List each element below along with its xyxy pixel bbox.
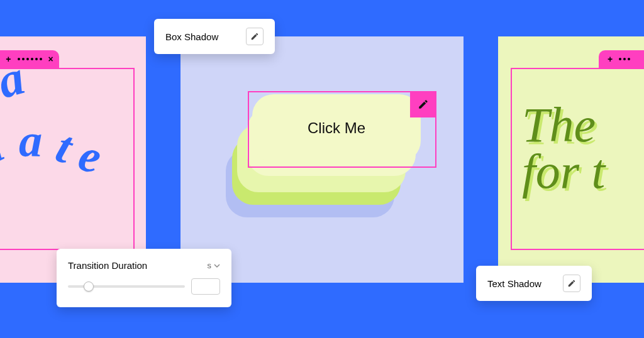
plus-icon[interactable]: + (6, 54, 11, 64)
tile-right: + The for t (498, 36, 644, 283)
tab-bar-left: + × (0, 50, 59, 68)
selection-frame-left (0, 68, 135, 250)
plus-icon[interactable]: + (608, 54, 613, 64)
pencil-icon (567, 279, 576, 288)
chevron-down-icon (214, 263, 220, 269)
tab-bar-right: + (599, 50, 644, 68)
unit-select[interactable]: s (208, 261, 221, 270)
close-icon[interactable]: × (48, 54, 53, 64)
drag-dots-icon[interactable] (18, 58, 42, 60)
transition-duration-panel: Transition Duration s (57, 249, 231, 307)
slider-thumb[interactable] (84, 281, 94, 292)
selection-box[interactable] (248, 91, 436, 168)
transition-duration-label: Transition Duration (68, 260, 203, 271)
selection-frame-right (511, 68, 644, 250)
duration-input[interactable] (191, 278, 220, 295)
tile-center: Click Me (180, 36, 464, 283)
edit-box-shadow-button[interactable] (246, 28, 264, 45)
pencil-icon (250, 32, 259, 41)
unit-text: s (208, 261, 212, 270)
edit-handle[interactable] (410, 91, 436, 117)
box-shadow-label: Box Shadow (165, 31, 246, 42)
drag-dots-icon[interactable] (619, 58, 630, 60)
edit-text-shadow-button[interactable] (563, 275, 580, 292)
text-shadow-label: Text Shadow (487, 278, 563, 289)
pencil-icon (418, 99, 429, 110)
text-shadow-panel: Text Shadow (476, 266, 592, 301)
box-shadow-panel: Box Shadow (154, 19, 275, 54)
tile-left: + × i a m a t e (0, 36, 146, 283)
duration-slider[interactable] (68, 281, 185, 292)
